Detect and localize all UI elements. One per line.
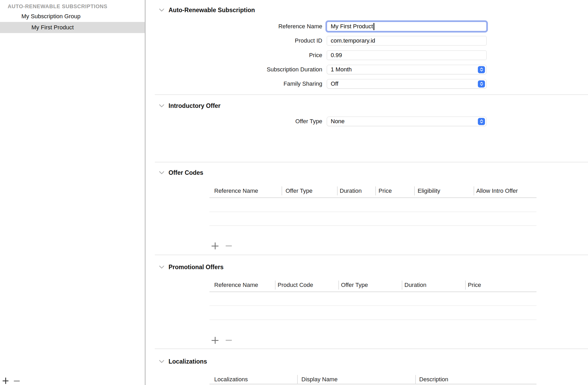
section-title: Localizations <box>169 358 207 365</box>
table-header-underline <box>209 291 536 292</box>
column-header-duration: Duration <box>340 187 362 195</box>
section-divider <box>155 349 588 349</box>
column-separator <box>375 186 376 195</box>
empty-table-row <box>209 305 536 306</box>
price-input[interactable]: 0.99 <box>327 51 487 60</box>
column-separator <box>415 375 416 384</box>
chevron-down-icon[interactable] <box>159 8 165 12</box>
section-header-promotional-offers: Promotional Offers <box>159 263 223 271</box>
price-label: Price <box>146 52 322 59</box>
price-value: 0.99 <box>331 52 342 59</box>
form-row-subscription-duration: Subscription Duration 1 Month <box>146 65 487 74</box>
reference-name-value: My First Product <box>331 23 373 30</box>
form-row-reference-name: Reference Name My First Product <box>146 22 487 31</box>
sidebar-item-subscription-group[interactable]: My Subscription Group <box>0 11 145 22</box>
section-title: Offer Codes <box>169 169 203 176</box>
column-separator <box>402 281 402 290</box>
table-header-underline <box>209 384 536 384</box>
section-header-localizations: Localizations <box>159 358 207 365</box>
empty-table-row <box>209 225 536 226</box>
section-divider <box>155 94 588 95</box>
column-header-localizations: Localizations <box>214 375 248 384</box>
empty-table-row <box>209 319 536 320</box>
column-header-duration: Duration <box>404 281 426 289</box>
plus-icon[interactable] <box>3 378 8 384</box>
column-header-reference-name: Reference Name <box>214 187 258 195</box>
column-header-offer-type: Offer Type <box>286 187 312 195</box>
section-header-offer-codes: Offer Codes <box>159 169 203 177</box>
column-separator <box>474 186 474 195</box>
column-header-price: Price <box>468 281 481 289</box>
up-down-chevrons-icon <box>478 80 485 88</box>
minus-icon[interactable] <box>226 340 232 341</box>
column-separator <box>414 186 415 195</box>
sidebar: AUTO-RENEWABLE SUBSCRIPTIONS My Subscrip… <box>0 0 146 385</box>
subscription-duration-label: Subscription Duration <box>146 66 322 73</box>
column-header-description: Description <box>419 375 448 384</box>
sidebar-item-label: My First Product <box>31 24 74 31</box>
section-divider <box>155 255 588 255</box>
sidebar-item-label: My Subscription Group <box>21 13 81 20</box>
column-header-eligibility: Eligibility <box>418 187 440 195</box>
subscription-duration-popup[interactable]: 1 Month <box>327 65 487 74</box>
table-header-underline <box>209 197 536 198</box>
offer-type-label: Offer Type <box>146 118 322 125</box>
column-header-reference-name: Reference Name <box>214 281 258 289</box>
storekit-config-window: AUTO-RENEWABLE SUBSCRIPTIONS My Subscrip… <box>0 0 588 385</box>
minus-icon[interactable] <box>226 245 232 246</box>
form-row-offer-type: Offer Type None <box>146 117 487 126</box>
column-header-offer-type: Offer Type <box>341 281 368 289</box>
editor-pane: Auto-Renewable Subscription Reference Na… <box>146 0 588 385</box>
column-separator <box>275 281 276 290</box>
chevron-down-icon[interactable] <box>159 104 165 108</box>
up-down-chevrons-icon <box>478 118 485 125</box>
reference-name-input[interactable]: My First Product <box>327 22 487 31</box>
up-down-chevrons-icon <box>478 66 485 73</box>
empty-table-row <box>209 212 536 212</box>
column-header-allow-intro-offer: Allow Intro Offer <box>476 187 518 195</box>
family-sharing-label: Family Sharing <box>146 80 322 87</box>
section-title: Auto-Renewable Subscription <box>169 7 255 14</box>
form-row-price: Price 0.99 <box>146 51 487 60</box>
plus-icon[interactable] <box>212 337 218 344</box>
chevron-down-icon[interactable] <box>159 265 165 269</box>
family-sharing-popup[interactable]: Off <box>327 79 487 89</box>
chevron-down-icon[interactable] <box>159 360 165 363</box>
column-separator <box>465 281 466 290</box>
section-header-introductory-offer: Introductory Offer <box>159 102 221 110</box>
chevron-down-icon[interactable] <box>159 171 165 175</box>
product-id-label: Product ID <box>146 37 322 44</box>
form-row-family-sharing: Family Sharing Off <box>146 79 487 89</box>
column-separator <box>297 375 298 384</box>
sidebar-item-my-first-product[interactable]: My First Product <box>0 22 145 33</box>
column-header-display-name: Display Name <box>301 375 338 384</box>
product-id-value: com.temporary.id <box>331 37 375 44</box>
column-separator <box>282 186 282 195</box>
section-title: Promotional Offers <box>169 264 223 271</box>
plus-icon[interactable] <box>212 242 218 249</box>
column-header-product-code: Product Code <box>278 281 313 289</box>
form-row-product-id: Product ID com.temporary.id <box>146 36 487 45</box>
column-header-price: Price <box>379 187 392 195</box>
section-header-subscription: Auto-Renewable Subscription <box>159 6 255 14</box>
column-separator <box>338 281 339 290</box>
family-sharing-value: Off <box>331 80 338 87</box>
section-title: Introductory Offer <box>169 102 221 109</box>
offer-type-value: None <box>331 118 345 125</box>
text-caret <box>374 23 374 30</box>
sidebar-section-header: AUTO-RENEWABLE SUBSCRIPTIONS <box>8 3 140 10</box>
column-separator <box>337 186 338 195</box>
subscription-duration-value: 1 Month <box>331 66 352 73</box>
minus-icon[interactable] <box>14 381 20 382</box>
reference-name-label: Reference Name <box>146 23 322 30</box>
offer-type-popup[interactable]: None <box>327 117 487 126</box>
section-divider <box>155 162 588 162</box>
product-id-input[interactable]: com.temporary.id <box>327 36 487 45</box>
